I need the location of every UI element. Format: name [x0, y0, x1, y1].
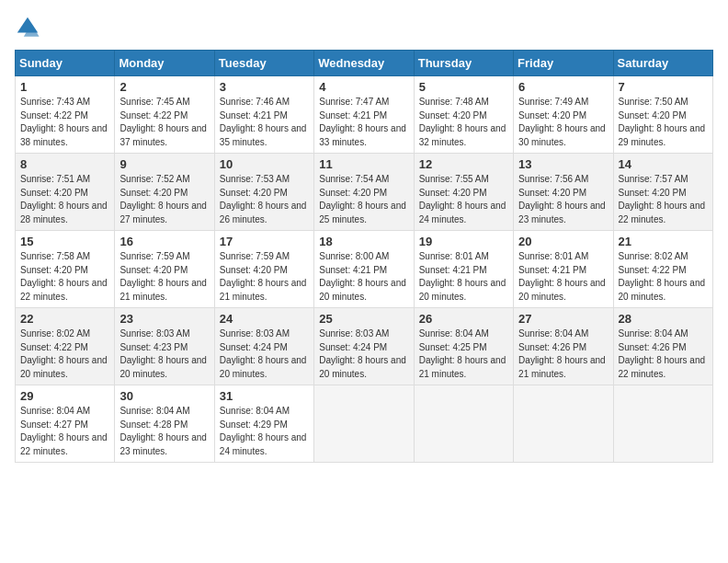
day-of-week-header: Saturday: [613, 51, 712, 76]
day-number: 21: [619, 235, 708, 248]
day-of-week-header: Wednesday: [314, 51, 414, 76]
day-of-week-header: Thursday: [414, 51, 513, 76]
day-info: Sunrise: 7:49 AMSunset: 4:20 PMDaylight:…: [518, 96, 608, 149]
calendar-day-cell: 23Sunrise: 8:03 AMSunset: 4:23 PMDayligh…: [115, 308, 214, 385]
day-number: 26: [419, 312, 508, 326]
calendar-day-cell: 3Sunrise: 7:46 AMSunset: 4:21 PMDaylight…: [214, 76, 313, 154]
day-number: 23: [119, 312, 209, 326]
day-info: Sunrise: 8:04 AMSunset: 4:29 PMDaylight:…: [220, 405, 309, 458]
day-info: Sunrise: 7:58 AMSunset: 4:20 PMDaylight:…: [20, 250, 109, 304]
calendar-day-cell: 2Sunrise: 7:45 AMSunset: 4:22 PMDaylight…: [115, 76, 214, 154]
day-info: Sunrise: 7:59 AMSunset: 4:20 PMDaylight:…: [119, 250, 209, 304]
calendar-day-cell: 30Sunrise: 8:04 AMSunset: 4:28 PMDayligh…: [115, 385, 214, 463]
day-info: Sunrise: 8:02 AMSunset: 4:22 PMDaylight:…: [619, 250, 708, 304]
day-info: Sunrise: 8:03 AMSunset: 4:23 PMDaylight:…: [119, 327, 209, 381]
day-number: 28: [619, 312, 708, 326]
day-info: Sunrise: 7:54 AMSunset: 4:20 PMDaylight:…: [319, 173, 408, 226]
calendar-day-cell: 12Sunrise: 7:55 AMSunset: 4:20 PMDayligh…: [414, 154, 513, 231]
calendar-table: SundayMondayTuesdayWednesdayThursdayFrid…: [15, 50, 713, 463]
day-of-week-header: Tuesday: [214, 51, 313, 76]
calendar-day-cell: 24Sunrise: 8:03 AMSunset: 4:24 PMDayligh…: [214, 308, 313, 385]
day-info: Sunrise: 7:53 AMSunset: 4:20 PMDaylight:…: [220, 173, 309, 226]
day-info: Sunrise: 8:01 AMSunset: 4:21 PMDaylight:…: [419, 250, 508, 304]
calendar-day-cell: 1Sunrise: 7:43 AMSunset: 4:22 PMDaylight…: [16, 76, 115, 154]
calendar-day-cell: 10Sunrise: 7:53 AMSunset: 4:20 PMDayligh…: [214, 154, 313, 231]
calendar-day-cell: 27Sunrise: 8:04 AMSunset: 4:26 PMDayligh…: [514, 308, 613, 385]
calendar-day-cell: 28Sunrise: 8:04 AMSunset: 4:26 PMDayligh…: [613, 308, 712, 385]
calendar-day-cell: 16Sunrise: 7:59 AMSunset: 4:20 PMDayligh…: [115, 231, 214, 308]
day-info: Sunrise: 7:59 AMSunset: 4:20 PMDaylight:…: [220, 250, 309, 304]
calendar-day-cell: 15Sunrise: 7:58 AMSunset: 4:20 PMDayligh…: [16, 231, 115, 308]
day-info: Sunrise: 7:45 AMSunset: 4:22 PMDaylight:…: [119, 96, 209, 149]
day-number: 16: [119, 235, 209, 248]
day-of-week-header: Monday: [115, 51, 214, 76]
day-number: 19: [419, 235, 508, 248]
calendar-day-cell: 11Sunrise: 7:54 AMSunset: 4:20 PMDayligh…: [314, 154, 414, 231]
calendar-day-cell: 22Sunrise: 8:02 AMSunset: 4:22 PMDayligh…: [16, 308, 115, 385]
day-number: 6: [518, 80, 608, 94]
day-number: 10: [220, 157, 309, 171]
day-number: 17: [220, 235, 309, 248]
day-info: Sunrise: 8:01 AMSunset: 4:21 PMDaylight:…: [518, 250, 608, 304]
day-number: 11: [319, 157, 408, 171]
calendar-day-cell: [414, 385, 513, 463]
day-of-week-header: Sunday: [16, 51, 115, 76]
calendar-week-row: 22Sunrise: 8:02 AMSunset: 4:22 PMDayligh…: [16, 308, 713, 385]
day-number: 31: [220, 389, 309, 403]
calendar-week-row: 8Sunrise: 7:51 AMSunset: 4:20 PMDaylight…: [16, 154, 713, 231]
calendar-week-row: 15Sunrise: 7:58 AMSunset: 4:20 PMDayligh…: [16, 231, 713, 308]
day-info: Sunrise: 8:04 AMSunset: 4:28 PMDaylight:…: [119, 405, 209, 458]
calendar-day-cell: 19Sunrise: 8:01 AMSunset: 4:21 PMDayligh…: [414, 231, 513, 308]
day-number: 7: [619, 80, 708, 94]
day-number: 29: [20, 389, 109, 403]
calendar-week-row: 1Sunrise: 7:43 AMSunset: 4:22 PMDaylight…: [16, 76, 713, 154]
calendar-day-cell: 18Sunrise: 8:00 AMSunset: 4:21 PMDayligh…: [314, 231, 414, 308]
calendar-day-cell: [314, 385, 414, 463]
calendar-day-cell: [613, 385, 712, 463]
day-info: Sunrise: 7:47 AMSunset: 4:21 PMDaylight:…: [319, 96, 408, 149]
day-number: 14: [619, 157, 708, 171]
day-info: Sunrise: 8:02 AMSunset: 4:22 PMDaylight:…: [20, 327, 109, 381]
calendar-week-row: 29Sunrise: 8:04 AMSunset: 4:27 PMDayligh…: [16, 385, 713, 463]
day-info: Sunrise: 8:00 AMSunset: 4:21 PMDaylight:…: [319, 250, 408, 304]
day-number: 3: [220, 80, 309, 94]
day-info: Sunrise: 7:56 AMSunset: 4:20 PMDaylight:…: [518, 173, 608, 226]
day-number: 25: [319, 312, 408, 326]
calendar-day-cell: 17Sunrise: 7:59 AMSunset: 4:20 PMDayligh…: [214, 231, 313, 308]
day-number: 30: [119, 389, 209, 403]
calendar-day-cell: 7Sunrise: 7:50 AMSunset: 4:20 PMDaylight…: [613, 76, 712, 154]
calendar-day-cell: 4Sunrise: 7:47 AMSunset: 4:21 PMDaylight…: [314, 76, 414, 154]
calendar-day-cell: 29Sunrise: 8:04 AMSunset: 4:27 PMDayligh…: [16, 385, 115, 463]
day-number: 9: [119, 157, 209, 171]
day-info: Sunrise: 8:04 AMSunset: 4:25 PMDaylight:…: [419, 327, 508, 381]
day-info: Sunrise: 7:43 AMSunset: 4:22 PMDaylight:…: [20, 96, 109, 149]
day-number: 18: [319, 235, 408, 248]
day-info: Sunrise: 8:03 AMSunset: 4:24 PMDaylight:…: [319, 327, 408, 381]
day-info: Sunrise: 7:50 AMSunset: 4:20 PMDaylight:…: [619, 96, 708, 149]
day-of-week-header: Friday: [514, 51, 613, 76]
page-header: [15, 15, 713, 40]
day-info: Sunrise: 7:52 AMSunset: 4:20 PMDaylight:…: [119, 173, 209, 226]
day-number: 27: [518, 312, 608, 326]
calendar-day-cell: 13Sunrise: 7:56 AMSunset: 4:20 PMDayligh…: [514, 154, 613, 231]
calendar-day-cell: 31Sunrise: 8:04 AMSunset: 4:29 PMDayligh…: [214, 385, 313, 463]
calendar-day-cell: 9Sunrise: 7:52 AMSunset: 4:20 PMDaylight…: [115, 154, 214, 231]
logo-icon: [15, 15, 40, 40]
day-info: Sunrise: 7:51 AMSunset: 4:20 PMDaylight:…: [20, 173, 109, 226]
calendar-day-cell: 26Sunrise: 8:04 AMSunset: 4:25 PMDayligh…: [414, 308, 513, 385]
day-number: 8: [20, 157, 109, 171]
day-number: 15: [20, 235, 109, 248]
day-number: 2: [119, 80, 209, 94]
calendar-day-cell: 5Sunrise: 7:48 AMSunset: 4:20 PMDaylight…: [414, 76, 513, 154]
day-info: Sunrise: 8:03 AMSunset: 4:24 PMDaylight:…: [220, 327, 309, 381]
day-number: 1: [20, 80, 109, 94]
day-info: Sunrise: 7:57 AMSunset: 4:20 PMDaylight:…: [619, 173, 708, 226]
day-info: Sunrise: 8:04 AMSunset: 4:27 PMDaylight:…: [20, 405, 109, 458]
day-info: Sunrise: 7:55 AMSunset: 4:20 PMDaylight:…: [419, 173, 508, 226]
day-info: Sunrise: 8:04 AMSunset: 4:26 PMDaylight:…: [619, 327, 708, 381]
calendar-day-cell: 14Sunrise: 7:57 AMSunset: 4:20 PMDayligh…: [613, 154, 712, 231]
logo: [15, 15, 44, 40]
calendar-day-cell: [514, 385, 613, 463]
calendar-day-cell: 8Sunrise: 7:51 AMSunset: 4:20 PMDaylight…: [16, 154, 115, 231]
day-number: 22: [20, 312, 109, 326]
